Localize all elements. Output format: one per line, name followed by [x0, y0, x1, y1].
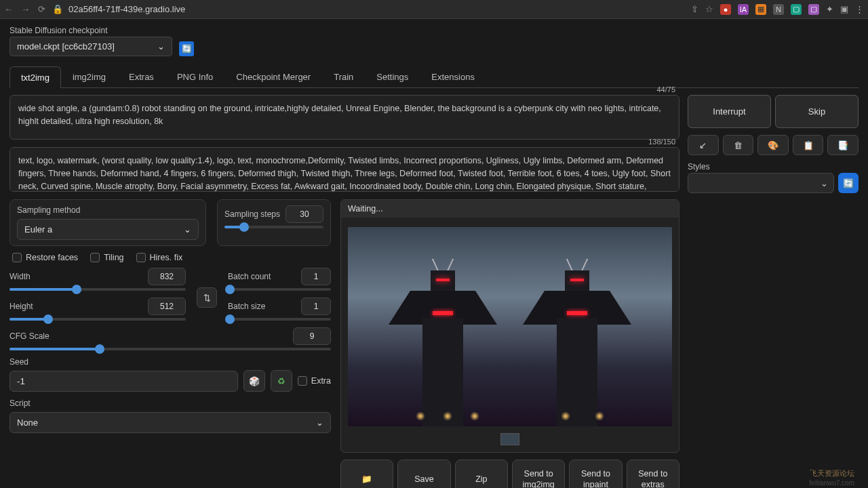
watermark: feitianwu7.com [809, 479, 854, 487]
arrow-icon: ↙ [699, 140, 707, 150]
sampling-steps-label: Sampling steps [224, 209, 280, 219]
negative-token-count: 138/150 [648, 138, 675, 146]
width-input[interactable] [148, 268, 186, 285]
tab-extras[interactable]: Extras [117, 66, 165, 87]
tool-paste-button[interactable]: 📋 [793, 135, 824, 155]
tiling-checkbox[interactable]: Tiling [90, 253, 123, 262]
tool-style-button[interactable]: 🎨 [757, 135, 789, 155]
nav-arrows: ← → ⟳ [4, 4, 45, 14]
back-icon[interactable]: ← [4, 4, 13, 14]
tab-pnginfo[interactable]: PNG Info [165, 66, 224, 87]
script-select[interactable]: None ⌄ [9, 412, 331, 433]
sampling-method-select[interactable]: Euler a ⌄ [17, 219, 199, 240]
tool-clear-button[interactable]: 🗑 [723, 135, 754, 155]
height-input[interactable] [148, 298, 186, 315]
extensions-menu-icon[interactable]: ✦ [826, 4, 833, 14]
styles-select[interactable]: ⌄ [688, 173, 834, 193]
sampling-steps-input[interactable] [285, 205, 323, 223]
chevron-down-icon: ⌄ [157, 41, 165, 52]
seed-input[interactable] [9, 371, 238, 392]
tab-txt2img[interactable]: txt2img [9, 66, 61, 88]
panel-icon[interactable]: ▣ [840, 4, 848, 14]
interrupt-button[interactable]: Interrupt [688, 95, 771, 128]
lock-icon: 🔒 [52, 4, 63, 14]
send-extras-button[interactable]: Send to extras [627, 460, 679, 488]
reload-icon[interactable]: ⟳ [38, 4, 45, 14]
url-bar[interactable]: 🔒 02a56ff4-71ff-439e.gradio.live [52, 4, 684, 14]
height-label: Height [9, 302, 33, 311]
extension-icon[interactable]: ▦ [755, 4, 766, 15]
batch-size-label: Batch size [228, 302, 265, 311]
output-image[interactable] [348, 227, 672, 426]
height-slider[interactable] [9, 318, 186, 321]
cfg-input[interactable] [293, 327, 331, 345]
checkpoint-value: model.ckpt [cc6cb27103] [17, 41, 115, 52]
checkpoint-refresh-button[interactable]: 🔄 [179, 41, 194, 56]
styles-refresh-button[interactable]: 🔄 [838, 173, 859, 193]
tab-img2img[interactable]: img2img [61, 66, 117, 87]
skip-button[interactable]: Skip [775, 95, 859, 128]
refresh-icon: 🔄 [843, 178, 854, 188]
output-thumbnail[interactable] [500, 433, 519, 445]
extension-icon[interactable]: ▢ [808, 4, 819, 15]
refresh-icon: 🔄 [182, 44, 192, 54]
seed-random-button[interactable]: 🎲 [243, 370, 265, 392]
seed-reuse-button[interactable]: ♻ [271, 370, 292, 392]
trash-icon: 🗑 [734, 140, 743, 150]
zip-button[interactable]: Zip [455, 460, 508, 488]
swap-icon: ⇅ [203, 293, 211, 303]
sampling-method-label: Sampling method [17, 205, 199, 215]
clipboard-icon: 📋 [803, 140, 814, 150]
seed-label: Seed [9, 357, 238, 367]
output-panel: Waiting... ✕ [340, 199, 679, 453]
tab-settings[interactable]: Settings [365, 66, 420, 87]
checkpoint-label: Stable Diffusion checkpoint [9, 26, 172, 35]
batch-count-input[interactable] [301, 268, 331, 285]
forward-icon[interactable]: → [21, 4, 30, 14]
chevron-down-icon: ⌄ [316, 418, 323, 428]
output-status: Waiting... [341, 200, 679, 218]
tool-arrow-button[interactable]: ↙ [688, 135, 719, 155]
restore-faces-checkbox[interactable]: Restore faces [12, 253, 78, 262]
extension-icon[interactable]: ● [720, 4, 731, 15]
hires-fix-checkbox[interactable]: Hires. fix [136, 253, 183, 262]
tabs: txt2img img2img Extras PNG Info Checkpoi… [9, 66, 859, 88]
url-text: 02a56ff4-71ff-439e.gradio.live [68, 4, 185, 14]
batch-size-slider[interactable] [228, 318, 331, 321]
seed-extra-checkbox[interactable]: Extra [298, 370, 331, 392]
dice-icon: 🎲 [249, 376, 260, 386]
width-slider[interactable] [9, 288, 186, 291]
open-folder-button[interactable]: 📁 [340, 460, 393, 488]
checkpoint-select[interactable]: model.ckpt [cc6cb27103] ⌄ [9, 37, 172, 56]
sampling-steps-slider[interactable] [224, 226, 323, 228]
batch-size-input[interactable] [301, 298, 331, 315]
negative-prompt-input[interactable] [9, 147, 679, 192]
tab-extensions[interactable]: Extensions [420, 66, 486, 87]
save-style-icon: 📑 [837, 140, 848, 150]
width-label: Width [9, 272, 31, 281]
menu-icon[interactable]: ⋮ [855, 4, 864, 14]
tab-checkpoint-merger[interactable]: Checkpoint Merger [224, 66, 322, 87]
watermark: 飞天资源论坛 [810, 468, 854, 479]
send-img2img-button[interactable]: Send to img2img [512, 460, 565, 488]
share-icon[interactable]: ⇧ [691, 4, 698, 14]
save-button[interactable]: Save [397, 460, 450, 488]
send-inpaint-button[interactable]: Send to inpaint [569, 460, 622, 488]
script-value: None [17, 418, 38, 428]
recycle-icon: ♻ [277, 376, 285, 386]
folder-icon: 📁 [361, 474, 372, 485]
extension-icon[interactable]: ▢ [791, 4, 802, 15]
tool-save-style-button[interactable]: 📑 [827, 135, 859, 155]
bookmark-icon[interactable]: ☆ [705, 4, 713, 14]
batch-count-label: Batch count [228, 272, 271, 281]
extension-icon[interactable]: N [773, 4, 784, 15]
positive-prompt-input[interactable] [9, 95, 679, 140]
tab-train[interactable]: Train [322, 66, 365, 87]
cfg-label: CFG Scale [9, 331, 50, 341]
cfg-slider[interactable] [9, 348, 331, 350]
extension-icon[interactable]: IA [738, 4, 749, 15]
swap-dimensions-button[interactable]: ⇅ [197, 287, 217, 308]
browser-chrome: ← → ⟳ 🔒 02a56ff4-71ff-439e.gradio.live ⇧… [0, 0, 868, 19]
chevron-down-icon: ⌄ [184, 224, 191, 235]
batch-count-slider[interactable] [228, 288, 331, 291]
